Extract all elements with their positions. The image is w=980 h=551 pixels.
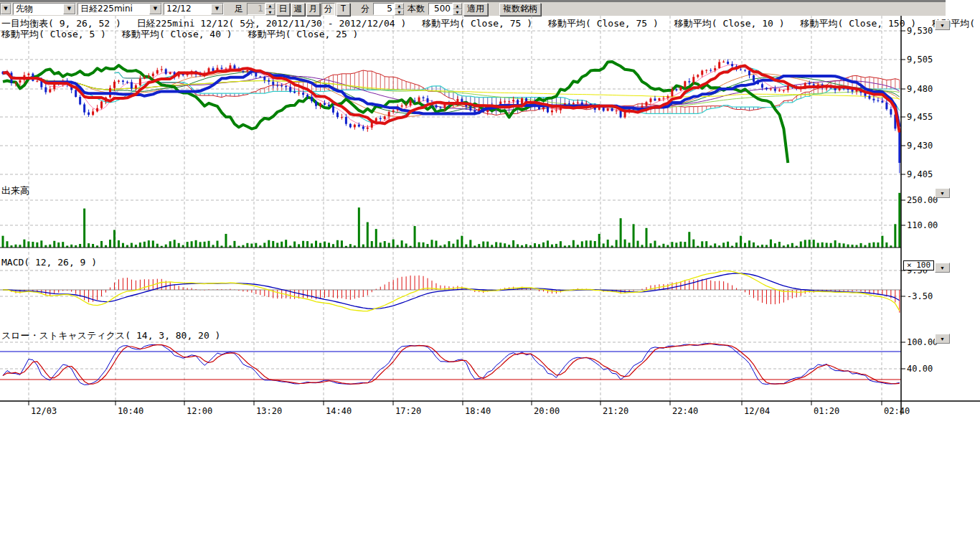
y-tick-label: 40.00 — [907, 364, 933, 374]
macd-pane-selector-arrow[interactable]: ▼ — [935, 263, 950, 273]
bar-type-label: 足 — [232, 3, 245, 15]
legend-item: 移動平均( Close, 10 ) — [674, 17, 785, 30]
x-tick-label: 12:00 — [187, 406, 212, 416]
symbol-select[interactable]: 日経225mini ▼ — [77, 3, 162, 15]
x-tick-label: 12/04 — [744, 406, 770, 416]
y-tick-label: 100.00 — [907, 337, 938, 347]
bar-interval-stepper[interactable]: 1 ▲▼ — [247, 3, 275, 15]
y-tick-label: -3.50 — [907, 291, 933, 301]
multi-symbol-button[interactable]: 複数銘柄 — [499, 3, 541, 16]
window-combo-stub[interactable]: ▼ — [0, 3, 11, 15]
chevron-down-icon[interactable]: ▼ — [63, 4, 75, 14]
x-tick-label: 20:00 — [534, 406, 560, 416]
volume-unit-badge: × 100 — [903, 260, 934, 270]
chevron-down-icon[interactable]: ▼ — [1, 4, 11, 14]
legend-item: 移動平均( Close, 75 ) — [548, 17, 659, 30]
y-tick-label: 9,480 — [907, 84, 933, 94]
x-tick-label: 14:40 — [326, 406, 352, 416]
period-month-button[interactable]: 月 — [306, 3, 320, 16]
x-tick-label: 22:40 — [672, 406, 698, 416]
chart-area: 9,5309,5059,4809,4559,4309,405250.00110.… — [0, 16, 980, 551]
y-tick-label: 250.00 — [907, 195, 938, 205]
bar-interval-value: 1 — [247, 3, 265, 15]
period-week-button[interactable]: 週 — [291, 3, 305, 16]
bar-count-label: 本数 — [405, 3, 427, 15]
contract-month-select[interactable]: 12/12 ▼ — [164, 3, 224, 15]
volume-pane-label: 出来高 — [1, 184, 29, 197]
chart-application-window: { "toolbar": { "stub_combo_arrow": "▼", … — [0, 0, 980, 551]
contract-month-value: 12/12 — [164, 4, 211, 14]
period-tick-button[interactable]: T — [336, 3, 350, 16]
x-tick-label: 10:40 — [118, 406, 143, 416]
legend-item: 移動平均( Close, 150 ) — [801, 17, 917, 30]
period-day-button[interactable]: 日 — [276, 3, 290, 16]
y-tick-label: 110.00 — [907, 220, 938, 230]
period-minute-button[interactable]: 分 — [321, 3, 335, 16]
y-tick-label: 9,430 — [907, 141, 933, 151]
x-tick-label: 12/03 — [31, 406, 57, 416]
indicator-legend-row-2: 移動平均( Close, 5 )移動平均( Close, 40 )移動平均( C… — [1, 28, 374, 41]
spinner-arrows[interactable]: ▲▼ — [265, 3, 275, 15]
y-tick-label: 9,505 — [907, 55, 933, 65]
stoch-pane-label: スロー・ストキャスティクス( 14, 3, 80, 20 ) — [1, 329, 220, 342]
instrument-type-select[interactable]: 先物 ▼ — [13, 3, 76, 15]
minute-value: 5 — [373, 3, 395, 15]
stoch-pane-selector-arrow[interactable]: ▼ — [935, 334, 950, 344]
legend-item: 移動平均( Close, 25 ) — [248, 28, 359, 41]
x-tick-label: 21:20 — [603, 406, 628, 416]
legend-item: 移動平均( Close, 5 ) — [1, 28, 106, 41]
price-pane-selector-arrow[interactable]: ▼ — [935, 20, 950, 30]
legend-item: 移動平均( Close, 40 ) — [122, 28, 232, 41]
chevron-down-icon[interactable]: ▼ — [211, 4, 223, 14]
apply-button[interactable]: 適用 — [463, 3, 488, 16]
legend-item: 移動平均( Close, 75 ) — [422, 17, 532, 30]
spinner-arrows[interactable]: ▲▼ — [395, 3, 404, 15]
macd-pane-label: MACD( 12, 26, 9 ) — [1, 257, 97, 268]
instrument-type-value: 先物 — [14, 4, 63, 14]
y-tick-label: 9,405 — [907, 169, 933, 179]
minute-label: 分 — [359, 3, 372, 15]
bar-count-value: 500 — [428, 3, 453, 15]
symbol-value: 日経225mini — [78, 4, 149, 14]
x-tick-label: 01:20 — [814, 406, 839, 416]
minute-stepper[interactable]: 5 ▲▼ — [373, 3, 404, 15]
volume-pane-selector-arrow[interactable]: ▼ — [935, 188, 950, 198]
chevron-down-icon[interactable]: ▼ — [149, 4, 161, 14]
bar-count-stepper[interactable]: 500 ▲▼ — [428, 3, 462, 15]
x-tick-label: 18:40 — [465, 406, 491, 416]
x-tick-label: 02:40 — [884, 406, 910, 416]
toolbar: ▼ 先物 ▼ 日経225mini ▼ 12/12 ▼ 足 1 ▲▼ 日 週 月 … — [0, 0, 946, 16]
spinner-arrows[interactable]: ▲▼ — [453, 3, 462, 15]
x-tick-label: 17:20 — [395, 406, 421, 416]
x-tick-label: 13:20 — [256, 406, 282, 416]
chart-canvas: 9,5309,5059,4809,4559,4309,405250.00110.… — [0, 16, 980, 551]
y-tick-label: 9,455 — [907, 112, 933, 122]
